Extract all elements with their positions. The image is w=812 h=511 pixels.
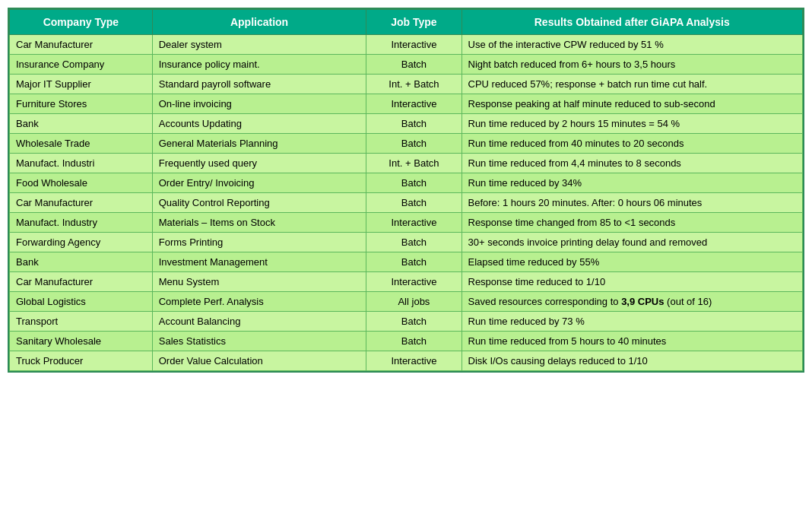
table-body: Car ManufacturerDealer systemInteractive… — [10, 35, 803, 371]
cell-results: Run time reduced by 34% — [462, 173, 803, 193]
cell-company: Wholesale Trade — [10, 134, 153, 154]
cell-results: Use of the interactive CPW reduced by 51… — [462, 35, 803, 55]
cell-company: Car Manufacturer — [10, 193, 153, 213]
table-row: Furniture StoresOn-line invoicingInterac… — [10, 94, 803, 114]
cell-company: Bank — [10, 252, 153, 272]
main-table-wrapper: Company Type Application Job Type Result… — [8, 8, 804, 373]
cell-results: Response peaking at half minute reduced … — [462, 94, 803, 114]
cell-jobtype: Interactive — [366, 94, 462, 114]
cell-results: Disk I/Os causing delays reduced to 1/10 — [462, 351, 803, 371]
cell-application: Standard payroll software — [152, 75, 366, 94]
cell-results: Night batch reduced from 6+ hours to 3,5… — [462, 55, 803, 75]
cell-jobtype: Batch — [366, 134, 462, 154]
table-row: Food WholesaleOrder Entry/ InvoicingBatc… — [10, 173, 803, 193]
table-row: Truck ProducerOrder Value CalculationInt… — [10, 351, 803, 371]
cell-jobtype: Batch — [366, 55, 462, 75]
table-row: Insurance CompanyInsurance policy maint.… — [10, 55, 803, 75]
cell-company: Car Manufacturer — [10, 35, 153, 55]
cell-jobtype: Interactive — [366, 35, 462, 55]
cell-company: Transport — [10, 312, 153, 332]
cell-company: Manufact. Industri — [10, 154, 153, 173]
cell-application: Materials – Items on Stock — [152, 213, 366, 233]
cell-company: Major IT Supplier — [10, 75, 153, 94]
header-application: Application — [152, 10, 366, 35]
cell-jobtype: Interactive — [366, 351, 462, 371]
cell-application: Account Balancing — [152, 312, 366, 332]
cell-company: Insurance Company — [10, 55, 153, 75]
cell-application: Insurance policy maint. — [152, 55, 366, 75]
cell-application: Order Entry/ Invoicing — [152, 173, 366, 193]
cell-results: Response time reduced to 1/10 — [462, 272, 803, 292]
cell-jobtype: Batch — [366, 193, 462, 213]
cell-jobtype: Batch — [366, 252, 462, 272]
cell-results: Run time reduced from 4,4 minutes to 8 s… — [462, 154, 803, 173]
table-header-row: Company Type Application Job Type Result… — [10, 10, 803, 35]
cell-company: Bank — [10, 114, 153, 134]
cell-jobtype: Int. + Batch — [366, 154, 462, 173]
cell-application: General Materials Planning — [152, 134, 366, 154]
cell-jobtype: Batch — [366, 332, 462, 351]
cell-results: CPU reduced 57%; response + batch run ti… — [462, 75, 803, 94]
cell-application: Menu System — [152, 272, 366, 292]
cell-jobtype: Batch — [366, 114, 462, 134]
cell-application: Order Value Calculation — [152, 351, 366, 371]
cell-application: Dealer system — [152, 35, 366, 55]
header-jobtype: Job Type — [366, 10, 462, 35]
cell-jobtype: Batch — [366, 173, 462, 193]
cell-company: Manufact. Industry — [10, 213, 153, 233]
cell-results: Elapsed time reduced by 55% — [462, 252, 803, 272]
table-row: Manufact. IndustryMaterials – Items on S… — [10, 213, 803, 233]
cell-jobtype: All jobs — [366, 292, 462, 312]
cell-application: Complete Perf. Analysis — [152, 292, 366, 312]
table-row: BankAccounts UpdatingBatchRun time reduc… — [10, 114, 803, 134]
cell-results: Response time changed from 85 to <1 seco… — [462, 213, 803, 233]
header-results: Results Obtained after GiAPA Analysis — [462, 10, 803, 35]
cell-company: Forwarding Agency — [10, 233, 153, 252]
cell-jobtype: Int. + Batch — [366, 75, 462, 94]
cell-results: Saved resources corresponding to 3,9 CPU… — [462, 292, 803, 312]
table-row: Manufact. IndustriFrequently used queryI… — [10, 154, 803, 173]
cell-jobtype: Interactive — [366, 272, 462, 292]
results-table: Company Type Application Job Type Result… — [9, 9, 803, 371]
cell-application: Quality Control Reporting — [152, 193, 366, 213]
table-row: Car ManufacturerMenu SystemInteractiveRe… — [10, 272, 803, 292]
cell-jobtype: Interactive — [366, 213, 462, 233]
cell-application: On-line invoicing — [152, 94, 366, 114]
cell-application: Frequently used query — [152, 154, 366, 173]
cell-results: 30+ seconds invoice printing delay found… — [462, 233, 803, 252]
cell-company: Global Logistics — [10, 292, 153, 312]
table-row: BankInvestment ManagementBatchElapsed ti… — [10, 252, 803, 272]
cell-jobtype: Batch — [366, 312, 462, 332]
cell-results: Run time reduced by 73 % — [462, 312, 803, 332]
table-row: Car ManufacturerQuality Control Reportin… — [10, 193, 803, 213]
cell-application: Sales Statistics — [152, 332, 366, 351]
cell-results: Run time reduced from 40 minutes to 20 s… — [462, 134, 803, 154]
table-row: TransportAccount BalancingBatchRun time … — [10, 312, 803, 332]
cell-results: Before: 1 hours 20 minutes. After: 0 hou… — [462, 193, 803, 213]
cell-jobtype: Batch — [366, 233, 462, 252]
table-row: Wholesale TradeGeneral Materials Plannin… — [10, 134, 803, 154]
cell-company: Food Wholesale — [10, 173, 153, 193]
cell-results: Run time reduced from 5 hours to 40 minu… — [462, 332, 803, 351]
table-row: Sanitary WholesaleSales StatisticsBatchR… — [10, 332, 803, 351]
header-company: Company Type — [10, 10, 153, 35]
table-row: Major IT SupplierStandard payroll softwa… — [10, 75, 803, 94]
cell-results: Run time reduced by 2 hours 15 minutes =… — [462, 114, 803, 134]
cell-application: Investment Management — [152, 252, 366, 272]
cell-company: Car Manufacturer — [10, 272, 153, 292]
cell-company: Truck Producer — [10, 351, 153, 371]
cell-company: Sanitary Wholesale — [10, 332, 153, 351]
table-row: Forwarding AgencyForms PrintingBatch30+ … — [10, 233, 803, 252]
cell-application: Accounts Updating — [152, 114, 366, 134]
table-row: Global LogisticsComplete Perf. AnalysisA… — [10, 292, 803, 312]
cell-application: Forms Printing — [152, 233, 366, 252]
table-row: Car ManufacturerDealer systemInteractive… — [10, 35, 803, 55]
cell-company: Furniture Stores — [10, 94, 153, 114]
